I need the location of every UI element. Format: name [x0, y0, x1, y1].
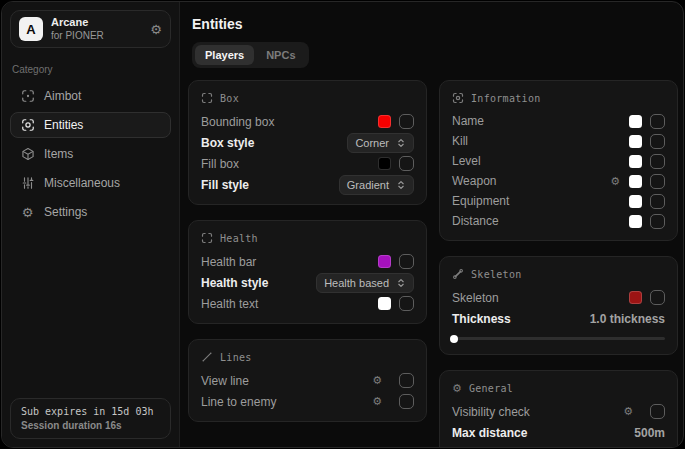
sidebar-item-aimbot[interactable]: Aimbot	[10, 83, 171, 109]
color-swatch[interactable]	[378, 157, 391, 170]
sidebar-nav: Aimbot Entities Items	[10, 83, 171, 225]
right-column: Information Name Kill Level	[439, 80, 678, 448]
row-label: Kill	[452, 134, 629, 148]
tab-players[interactable]: Players	[195, 45, 254, 65]
gear-icon[interactable]: ⚙	[610, 176, 620, 187]
sliders-icon	[20, 176, 35, 190]
max-distance-value: 500m	[634, 426, 665, 440]
setting-row: Distance	[452, 211, 665, 231]
subscription-card: Sub expires in 15d 03h Session duration …	[10, 398, 171, 439]
color-swatch[interactable]	[629, 195, 642, 208]
row-label: Name	[452, 114, 629, 128]
health-style-dropdown[interactable]: Health based	[316, 273, 414, 293]
gear-icon[interactable]: ⚙	[372, 396, 382, 407]
setting-row: Skeleton	[452, 287, 665, 308]
slider-thumb[interactable]	[450, 335, 458, 343]
panel-header: ⚙ General	[452, 379, 665, 397]
row-label: View line	[201, 374, 372, 388]
sidebar-item-label: Entities	[44, 118, 83, 132]
row-label: Thickness	[452, 312, 590, 326]
row-label: Health bar	[201, 255, 378, 269]
kill-checkbox[interactable]	[650, 134, 665, 149]
tab-npcs[interactable]: NPCs	[256, 45, 305, 65]
weapon-checkbox[interactable]	[650, 174, 665, 189]
panel-title: Box	[220, 93, 239, 104]
bounding-box-checkbox[interactable]	[399, 114, 414, 129]
color-swatch[interactable]	[629, 155, 642, 168]
panel-header: Lines	[201, 348, 414, 366]
box-style-dropdown[interactable]: Corner	[347, 133, 414, 153]
color-swatch[interactable]	[629, 115, 642, 128]
sidebar-item-label: Settings	[44, 205, 87, 219]
row-label: Visibility check	[452, 405, 623, 419]
visibility-check-checkbox[interactable]	[650, 404, 665, 419]
gear-icon[interactable]: ⚙	[372, 375, 382, 386]
gear-icon[interactable]: ⚙	[150, 22, 162, 37]
setting-row: View line ⚙	[201, 370, 414, 391]
app-window: A Arcane for PIONER ⚙ Category Aimbot	[1, 1, 684, 448]
scan-eye-icon	[20, 118, 35, 132]
row-label: Fill box	[201, 157, 378, 171]
gear-icon[interactable]: ⚙	[623, 406, 633, 417]
brand-text: Arcane for PIONER	[51, 16, 142, 42]
panel-title: Skeleton	[471, 269, 522, 280]
setting-row: Health text	[201, 293, 414, 314]
sidebar-item-items[interactable]: Items	[10, 141, 171, 167]
distance-checkbox[interactable]	[650, 214, 665, 229]
health-text-checkbox[interactable]	[399, 296, 414, 311]
row-label: Box style	[201, 136, 347, 150]
package-icon	[20, 147, 35, 161]
row-label: Max distance	[452, 426, 634, 440]
brand-card: A Arcane for PIONER ⚙	[10, 10, 171, 48]
page-title: Entities	[192, 16, 678, 32]
view-line-checkbox[interactable]	[399, 373, 414, 388]
row-label: Skeleton	[452, 291, 629, 305]
bone-icon	[452, 268, 464, 280]
level-checkbox[interactable]	[650, 154, 665, 169]
fill-box-checkbox[interactable]	[399, 156, 414, 171]
setting-row: Health style Health based	[201, 272, 414, 293]
panel-lines: Lines View line ⚙ Line to enemy ⚙	[188, 339, 427, 422]
color-swatch[interactable]	[378, 255, 391, 268]
panel-general: ⚙ General Visibility check ⚙ Max distanc…	[439, 370, 678, 448]
setting-row: Box style Corner	[201, 132, 414, 153]
equipment-checkbox[interactable]	[650, 194, 665, 209]
category-label: Category	[12, 64, 169, 75]
session-duration-text: Session duration 16s	[21, 420, 160, 431]
fill-style-dropdown[interactable]: Gradient	[339, 175, 414, 195]
sidebar-item-settings[interactable]: ⚙ Settings	[10, 199, 171, 225]
setting-row: Line to enemy ⚙	[201, 391, 414, 412]
setting-row: Kill	[452, 131, 665, 151]
setting-row: Max distance 500m	[452, 422, 665, 443]
color-swatch[interactable]	[378, 297, 391, 310]
sidebar-item-entities[interactable]: Entities	[10, 112, 171, 138]
logo-letter: A	[26, 22, 35, 37]
line-to-enemy-checkbox[interactable]	[399, 394, 414, 409]
gear-icon: ⚙	[20, 205, 35, 220]
color-swatch[interactable]	[629, 135, 642, 148]
crosshair-icon	[20, 89, 35, 103]
sidebar-item-label: Miscellaneous	[44, 176, 120, 190]
setting-row: Fill box	[201, 153, 414, 174]
panel-title: Health	[220, 233, 258, 244]
row-label: Fill style	[201, 178, 339, 192]
name-checkbox[interactable]	[650, 114, 665, 129]
setting-row: Thickness 1.0 thickness	[452, 308, 665, 329]
health-corners-icon	[201, 232, 213, 244]
thickness-slider[interactable]	[452, 337, 665, 340]
row-label: Line to enemy	[201, 395, 372, 409]
color-swatch[interactable]	[629, 175, 642, 188]
panel-title: Lines	[220, 352, 252, 363]
health-bar-checkbox[interactable]	[399, 254, 414, 269]
sidebar-item-miscellaneous[interactable]: Miscellaneous	[10, 170, 171, 196]
setting-row: Weapon ⚙	[452, 171, 665, 191]
color-swatch[interactable]	[629, 291, 642, 304]
general-gear-icon: ⚙	[452, 382, 462, 395]
panel-header: Box	[201, 89, 414, 107]
color-swatch[interactable]	[378, 115, 391, 128]
sidebar-item-label: Aimbot	[44, 89, 81, 103]
skeleton-checkbox[interactable]	[650, 290, 665, 305]
app-subtitle: for PIONER	[51, 30, 142, 43]
color-swatch[interactable]	[629, 215, 642, 228]
panel-header: Health	[201, 229, 414, 247]
